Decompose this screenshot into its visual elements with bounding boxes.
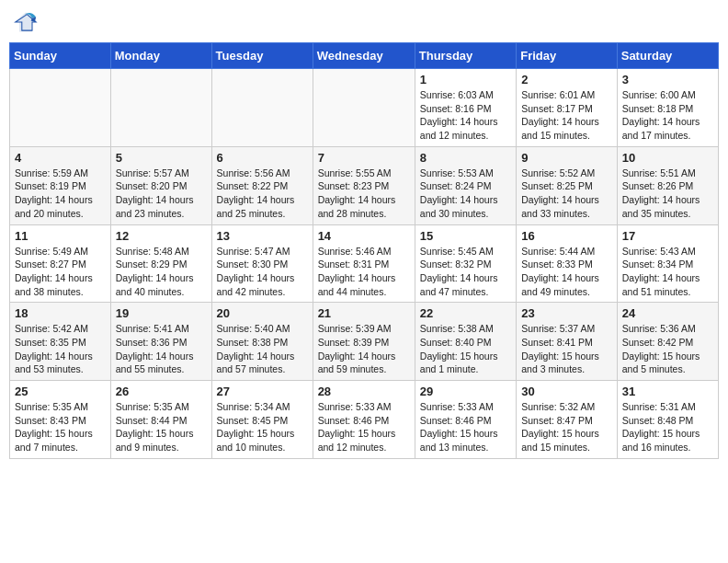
calendar-day [211, 69, 313, 147]
calendar-day: 7Sunrise: 5:55 AM Sunset: 8:23 PM Daylig… [313, 146, 415, 224]
day-info: Sunrise: 5:38 AM Sunset: 8:40 PM Dayligh… [420, 322, 511, 376]
day-number: 11 [15, 229, 106, 243]
calendar-day [10, 69, 111, 147]
calendar-day: 9Sunrise: 5:52 AM Sunset: 8:25 PM Daylig… [517, 146, 618, 224]
weekday-header-wednesday: Wednesday [313, 43, 415, 69]
day-number: 4 [15, 151, 106, 165]
calendar-day: 4Sunrise: 5:59 AM Sunset: 8:19 PM Daylig… [10, 146, 111, 224]
day-info: Sunrise: 5:36 AM Sunset: 8:42 PM Dayligh… [622, 322, 713, 376]
day-number: 21 [318, 306, 410, 320]
calendar-day: 5Sunrise: 5:57 AM Sunset: 8:20 PM Daylig… [110, 146, 211, 224]
calendar-day: 21Sunrise: 5:39 AM Sunset: 8:39 PM Dayli… [313, 303, 415, 381]
day-info: Sunrise: 5:34 AM Sunset: 8:45 PM Dayligh… [217, 400, 308, 454]
day-number: 14 [318, 229, 410, 243]
day-info: Sunrise: 5:56 AM Sunset: 8:22 PM Dayligh… [217, 167, 308, 221]
calendar-day: 14Sunrise: 5:46 AM Sunset: 8:31 PM Dayli… [313, 224, 415, 303]
day-info: Sunrise: 5:33 AM Sunset: 8:46 PM Dayligh… [318, 400, 410, 454]
calendar-day: 10Sunrise: 5:51 AM Sunset: 8:26 PM Dayli… [617, 146, 718, 224]
calendar-day: 16Sunrise: 5:44 AM Sunset: 8:33 PM Dayli… [517, 224, 618, 303]
day-info: Sunrise: 5:31 AM Sunset: 8:48 PM Dayligh… [622, 400, 713, 454]
logo [13, 9, 42, 35]
day-info: Sunrise: 5:55 AM Sunset: 8:23 PM Dayligh… [318, 167, 410, 221]
day-number: 24 [622, 306, 713, 320]
day-number: 25 [15, 385, 106, 398]
calendar-week-5: 25Sunrise: 5:35 AM Sunset: 8:43 PM Dayli… [10, 381, 719, 459]
day-info: Sunrise: 5:32 AM Sunset: 8:47 PM Dayligh… [521, 400, 612, 454]
calendar-day: 22Sunrise: 5:38 AM Sunset: 8:40 PM Dayli… [415, 303, 516, 381]
calendar-header-row: SundayMondayTuesdayWednesdayThursdayFrid… [10, 43, 719, 69]
day-number: 18 [15, 306, 106, 320]
day-info: Sunrise: 5:53 AM Sunset: 8:24 PM Dayligh… [420, 167, 511, 221]
day-number: 6 [217, 151, 308, 165]
calendar-day: 13Sunrise: 5:47 AM Sunset: 8:30 PM Dayli… [211, 224, 313, 303]
calendar-day: 28Sunrise: 5:33 AM Sunset: 8:46 PM Dayli… [313, 381, 415, 459]
calendar-day: 31Sunrise: 5:31 AM Sunset: 8:48 PM Dayli… [617, 381, 718, 459]
calendar-day: 30Sunrise: 5:32 AM Sunset: 8:47 PM Dayli… [517, 381, 618, 459]
day-number: 20 [217, 306, 308, 320]
day-number: 23 [521, 306, 612, 320]
calendar-day: 11Sunrise: 5:49 AM Sunset: 8:27 PM Dayli… [10, 224, 111, 303]
day-info: Sunrise: 5:41 AM Sunset: 8:36 PM Dayligh… [116, 322, 207, 376]
day-number: 16 [521, 229, 612, 243]
calendar-week-1: 1Sunrise: 6:03 AM Sunset: 8:16 PM Daylig… [10, 69, 719, 147]
day-info: Sunrise: 5:47 AM Sunset: 8:30 PM Dayligh… [217, 245, 308, 299]
day-info: Sunrise: 5:45 AM Sunset: 8:32 PM Dayligh… [420, 245, 511, 299]
calendar-day [110, 69, 211, 147]
day-info: Sunrise: 5:33 AM Sunset: 8:46 PM Dayligh… [420, 400, 511, 454]
day-number: 12 [116, 229, 207, 243]
day-info: Sunrise: 5:46 AM Sunset: 8:31 PM Dayligh… [318, 245, 410, 299]
day-info: Sunrise: 5:42 AM Sunset: 8:35 PM Dayligh… [15, 322, 106, 376]
calendar-day: 8Sunrise: 5:53 AM Sunset: 8:24 PM Daylig… [415, 146, 516, 224]
day-info: Sunrise: 5:37 AM Sunset: 8:41 PM Dayligh… [521, 322, 612, 376]
day-info: Sunrise: 5:59 AM Sunset: 8:19 PM Dayligh… [15, 167, 106, 221]
day-number: 30 [521, 385, 612, 398]
day-number: 17 [622, 229, 713, 243]
day-number: 5 [116, 151, 207, 165]
weekday-header-saturday: Saturday [617, 43, 718, 69]
day-number: 22 [420, 306, 511, 320]
day-number: 27 [217, 385, 308, 398]
calendar-day: 26Sunrise: 5:35 AM Sunset: 8:44 PM Dayli… [110, 381, 211, 459]
day-number: 3 [622, 73, 713, 86]
calendar-day: 3Sunrise: 6:00 AM Sunset: 8:18 PM Daylig… [617, 69, 718, 147]
calendar-week-2: 4Sunrise: 5:59 AM Sunset: 8:19 PM Daylig… [10, 146, 719, 224]
day-number: 29 [420, 385, 511, 398]
calendar-table: SundayMondayTuesdayWednesdayThursdayFrid… [9, 42, 719, 459]
calendar-day: 6Sunrise: 5:56 AM Sunset: 8:22 PM Daylig… [211, 146, 313, 224]
weekday-header-sunday: Sunday [10, 43, 111, 69]
calendar-day: 23Sunrise: 5:37 AM Sunset: 8:41 PM Dayli… [517, 303, 618, 381]
day-info: Sunrise: 5:40 AM Sunset: 8:38 PM Dayligh… [217, 322, 308, 376]
calendar-day: 12Sunrise: 5:48 AM Sunset: 8:29 PM Dayli… [110, 224, 211, 303]
calendar-day: 17Sunrise: 5:43 AM Sunset: 8:34 PM Dayli… [617, 224, 718, 303]
day-info: Sunrise: 5:35 AM Sunset: 8:43 PM Dayligh… [15, 400, 106, 454]
calendar-day: 15Sunrise: 5:45 AM Sunset: 8:32 PM Dayli… [415, 224, 516, 303]
day-info: Sunrise: 6:00 AM Sunset: 8:18 PM Dayligh… [622, 88, 713, 143]
calendar-day: 19Sunrise: 5:41 AM Sunset: 8:36 PM Dayli… [110, 303, 211, 381]
day-number: 28 [318, 385, 410, 398]
day-info: Sunrise: 5:57 AM Sunset: 8:20 PM Dayligh… [116, 167, 207, 221]
day-number: 2 [521, 73, 612, 86]
calendar-day: 27Sunrise: 5:34 AM Sunset: 8:45 PM Dayli… [211, 381, 313, 459]
day-number: 19 [116, 306, 207, 320]
day-info: Sunrise: 6:01 AM Sunset: 8:17 PM Dayligh… [521, 88, 612, 143]
calendar-day: 29Sunrise: 5:33 AM Sunset: 8:46 PM Dayli… [415, 381, 516, 459]
day-number: 1 [420, 73, 511, 86]
day-info: Sunrise: 5:44 AM Sunset: 8:33 PM Dayligh… [521, 245, 612, 299]
calendar-week-4: 18Sunrise: 5:42 AM Sunset: 8:35 PM Dayli… [10, 303, 719, 381]
weekday-header-thursday: Thursday [415, 43, 516, 69]
calendar-day: 25Sunrise: 5:35 AM Sunset: 8:43 PM Dayli… [10, 381, 111, 459]
day-number: 7 [318, 151, 410, 165]
day-number: 31 [622, 385, 713, 398]
calendar-day: 20Sunrise: 5:40 AM Sunset: 8:38 PM Dayli… [211, 303, 313, 381]
day-info: Sunrise: 5:51 AM Sunset: 8:26 PM Dayligh… [622, 167, 713, 221]
calendar-day: 2Sunrise: 6:01 AM Sunset: 8:17 PM Daylig… [517, 69, 618, 147]
calendar-day: 1Sunrise: 6:03 AM Sunset: 8:16 PM Daylig… [415, 69, 516, 147]
day-info: Sunrise: 5:43 AM Sunset: 8:34 PM Dayligh… [622, 245, 713, 299]
weekday-header-monday: Monday [110, 43, 211, 69]
day-info: Sunrise: 5:48 AM Sunset: 8:29 PM Dayligh… [116, 245, 207, 299]
page-header [9, 9, 719, 35]
day-info: Sunrise: 5:35 AM Sunset: 8:44 PM Dayligh… [116, 400, 207, 454]
day-info: Sunrise: 5:39 AM Sunset: 8:39 PM Dayligh… [318, 322, 410, 376]
weekday-header-tuesday: Tuesday [211, 43, 313, 69]
calendar-day: 18Sunrise: 5:42 AM Sunset: 8:35 PM Dayli… [10, 303, 111, 381]
